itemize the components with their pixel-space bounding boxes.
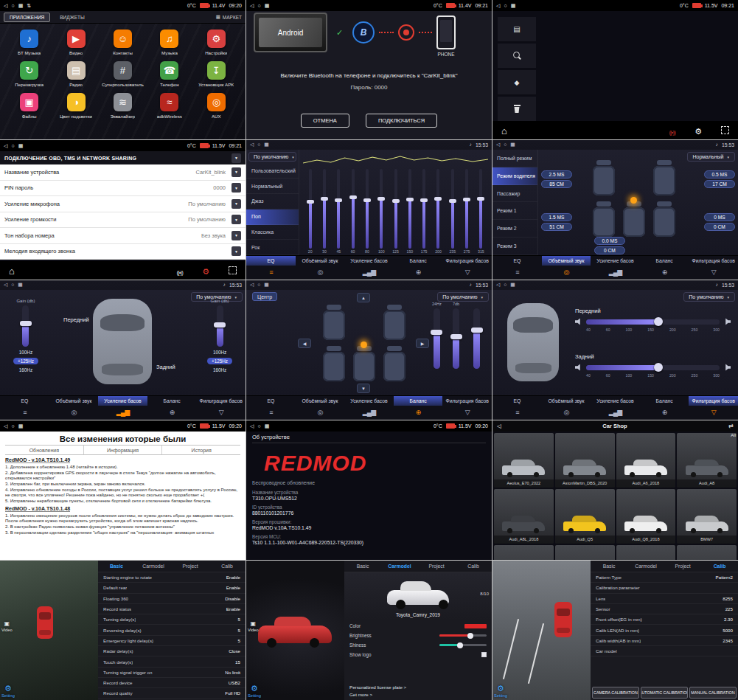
settings-row[interactable]: Тон набора номера Без звука: [0, 228, 246, 244]
settings-row[interactable]: Pattern Type Pattern2: [591, 572, 738, 583]
filter-all-label[interactable]: All: [731, 433, 736, 437]
recents-icon[interactable]: [510, 142, 515, 148]
theme-button[interactable]: [498, 70, 536, 94]
surround-preset-dropdown[interactable]: Нормальный: [687, 152, 735, 162]
hotspot-icon[interactable]: [177, 265, 183, 277]
car-card[interactable]: [494, 545, 554, 560]
slider-knob[interactable]: [450, 334, 462, 339]
app-item[interactable]: ◎ AUX: [193, 93, 240, 119]
recents-icon[interactable]: [265, 423, 270, 429]
settings-row[interactable]: Radar delay(s) Close: [98, 646, 246, 656]
freq-option-active[interactable]: +125Hz: [207, 358, 232, 364]
settings-row[interactable]: Turning delay(s) 5: [98, 614, 246, 625]
app-item[interactable]: ↧ Установщик APK: [193, 61, 240, 87]
balance-right-button[interactable]: [416, 339, 429, 348]
search-button[interactable]: [498, 44, 536, 68]
app-item[interactable]: ♫ Музыка: [146, 30, 192, 55]
eq-band-slider[interactable]: 100: [375, 169, 389, 255]
center-delay[interactable]: 0.0 MS0 CM: [594, 237, 625, 254]
slider-knob[interactable]: [463, 198, 470, 201]
cancel-button[interactable]: ОТМЕНА: [301, 114, 349, 128]
slider-knob[interactable]: [363, 198, 371, 202]
tab-balance[interactable]: Баланс⊕: [394, 396, 443, 420]
tab-bass[interactable]: Усиление басов▂▄▆: [591, 256, 640, 280]
section-label[interactable]: Беспроводное обновление: [252, 480, 486, 485]
freq-option[interactable]: 160Hz: [209, 367, 231, 373]
dropdown-arrow-icon[interactable]: [232, 231, 241, 240]
home-circle-icon[interactable]: [504, 283, 506, 288]
front-left-delay[interactable]: 2.5 MS85 CM: [541, 170, 572, 188]
video-button[interactable]: Video: [1, 621, 13, 632]
tab-carmodel[interactable]: Carmodel: [627, 564, 664, 569]
home-icon[interactable]: [9, 265, 15, 277]
tab-surround[interactable]: Объёмный звук◎: [296, 396, 345, 420]
car-card[interactable]: Audi_A8: [677, 433, 737, 488]
car-card[interactable]: Audi_A6_2018: [616, 433, 676, 488]
eq-band-slider[interactable]: 235: [445, 169, 459, 255]
back-icon[interactable]: [250, 283, 254, 288]
level-slider[interactable]: [434, 308, 440, 369]
recents-icon[interactable]: [511, 3, 516, 8]
settings-row[interactable]: Calibration parameter: [591, 583, 738, 593]
settings-row[interactable]: Calib width(AB in mm) 2345: [591, 636, 738, 646]
tab-surround[interactable]: Объёмный звук◎: [49, 396, 99, 420]
settings-row[interactable]: PIN пароль 0000: [0, 181, 246, 197]
level-slider[interactable]: [473, 308, 480, 369]
settings-row[interactable]: Record status Enable: [98, 604, 246, 614]
car-card[interactable]: Audi_Q5: [555, 489, 615, 544]
settings-row[interactable]: Название устройства CarKit_blink: [0, 164, 246, 181]
app-item[interactable]: ↻ Перезагрузка: [6, 61, 52, 87]
frequency-slider[interactable]: [586, 319, 720, 325]
app-item[interactable]: ☎ Телефон: [146, 61, 192, 87]
freq-option[interactable]: 160Hz: [15, 367, 37, 373]
slider-knob[interactable]: [321, 197, 328, 201]
tab-widgets[interactable]: ВИДЖЕТЫ: [55, 13, 89, 21]
tab-basic[interactable]: Basic: [344, 564, 381, 569]
app-item[interactable]: ≋ Эквалайзер: [100, 93, 146, 119]
tab-calib[interactable]: Calib: [209, 564, 246, 569]
eq-band-slider[interactable]: 30: [317, 169, 331, 255]
home-circle-icon[interactable]: [11, 283, 14, 288]
back-icon[interactable]: [4, 143, 7, 148]
tab-updates[interactable]: Обновления: [5, 446, 84, 454]
balance-left-button[interactable]: [298, 339, 311, 348]
tab-carmodel[interactable]: Carmodel: [135, 564, 172, 569]
edit-list-button[interactable]: [498, 17, 536, 41]
eq-band-slider[interactable]: 315: [474, 169, 488, 255]
calibration-button[interactable]: MANUAL CALIBRATION: [689, 687, 737, 699]
recents-icon[interactable]: [264, 142, 268, 148]
screenshot-grid-icon[interactable]: [721, 126, 729, 134]
settings-row[interactable]: Starting engine to rotate Enable: [98, 572, 246, 583]
back-icon[interactable]: [496, 3, 500, 8]
settings-row[interactable]: Calib LEN(AD in mm) 5000: [591, 625, 738, 635]
eq-band-slider[interactable]: 45: [332, 169, 346, 255]
home-circle-icon[interactable]: [504, 142, 506, 148]
tab-eq[interactable]: EQ≡: [246, 256, 296, 280]
back-icon[interactable]: [250, 423, 254, 429]
setting-button[interactable]: Setting: [494, 685, 507, 698]
settings-row[interactable]: Мелодия входящего звонка: [0, 244, 246, 260]
slider-knob[interactable]: [449, 199, 456, 203]
tab-filter[interactable]: Фильтрация басов▽: [689, 396, 738, 420]
settings-row[interactable]: Lens 8255: [591, 594, 738, 604]
slider-knob[interactable]: [335, 198, 342, 202]
freq-option[interactable]: 100Hz: [209, 349, 231, 356]
eq-band-slider[interactable]: 20: [303, 169, 317, 255]
car-card[interactable]: Audi_Q8_2018: [616, 489, 676, 544]
dropdown-arrow-icon[interactable]: [232, 246, 241, 256]
settings-row[interactable]: Record quality Full HD: [98, 688, 246, 699]
settings-row[interactable]: Touch delay(s) 15: [98, 656, 246, 667]
slider-knob[interactable]: [349, 195, 357, 199]
settings-row[interactable]: Turning signal trigger on No limit: [98, 668, 246, 678]
mode-item[interactable]: Режим 2: [492, 220, 537, 238]
home-circle-icon[interactable]: [257, 3, 260, 8]
preset-item-active[interactable]: Поп: [246, 209, 299, 225]
recents-icon[interactable]: [510, 283, 515, 288]
eq-band-slider[interactable]: 275: [459, 169, 473, 255]
slider-knob[interactable]: [431, 330, 442, 335]
mode-item[interactable]: Режим 3: [492, 238, 537, 255]
slider-knob[interactable]: [307, 200, 314, 204]
transfer-icon[interactable]: [728, 423, 734, 429]
settings-row[interactable]: Усиление громкости По умолчанию: [0, 212, 246, 229]
freq-option-active[interactable]: +125Hz: [13, 358, 38, 364]
